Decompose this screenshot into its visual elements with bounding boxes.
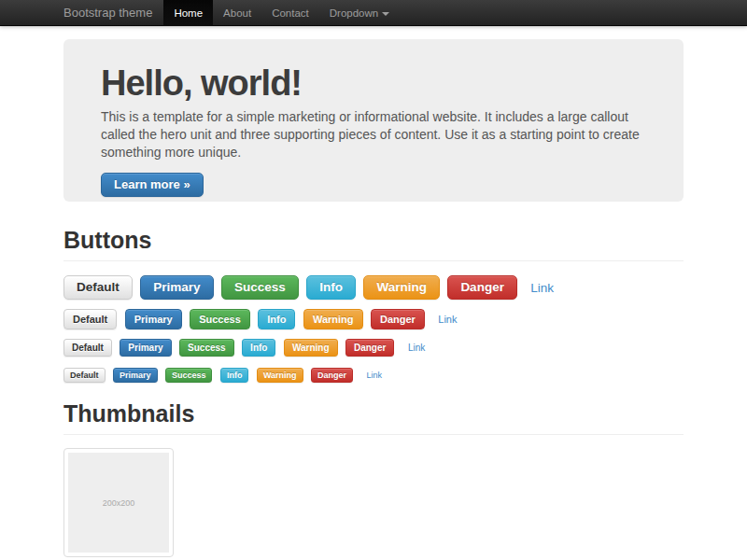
primary-button-sm[interactable]: Primary bbox=[120, 339, 171, 357]
default-button-xs[interactable]: Default bbox=[63, 368, 106, 383]
link-button-md[interactable]: Link bbox=[438, 314, 457, 325]
warning-button-lg[interactable]: Warning bbox=[363, 275, 440, 300]
thumbnails-section-heading: Thumbnails bbox=[63, 401, 684, 435]
placeholder-dimensions-label: 200x200 bbox=[103, 498, 135, 508]
default-button-sm[interactable]: Default bbox=[63, 339, 112, 357]
button-row-extra-small: Default Primary Success Info Warning Dan… bbox=[63, 366, 684, 383]
success-button-sm[interactable]: Success bbox=[179, 339, 234, 357]
link-button-sm[interactable]: Link bbox=[408, 343, 425, 353]
link-button-xs[interactable]: Link bbox=[366, 371, 382, 380]
link-button-lg[interactable]: Link bbox=[530, 281, 554, 295]
top-navbar: Bootstrap theme Home About Contact Dropd… bbox=[0, 0, 747, 26]
nav-item-about[interactable]: About bbox=[213, 0, 261, 26]
buttons-section-heading: Buttons bbox=[63, 228, 684, 261]
learn-more-button[interactable]: Learn more » bbox=[101, 173, 204, 197]
button-row-default: Default Primary Success Info Warning Dan… bbox=[63, 309, 684, 329]
success-button-xs[interactable]: Success bbox=[165, 368, 213, 383]
info-button-lg[interactable]: Info bbox=[306, 275, 356, 300]
navbar-brand[interactable]: Bootstrap theme bbox=[63, 0, 152, 26]
warning-button-md[interactable]: Warning bbox=[303, 309, 363, 329]
caret-down-icon bbox=[382, 12, 389, 16]
nav-item-contact[interactable]: Contact bbox=[261, 0, 319, 26]
info-button-md[interactable]: Info bbox=[258, 309, 295, 329]
jumbotron-title: Hello, world! bbox=[101, 63, 646, 103]
navbar-nav: Home About Contact Dropdown bbox=[163, 0, 400, 26]
jumbotron-description: This is a template for a simple marketin… bbox=[101, 108, 646, 161]
info-button-sm[interactable]: Info bbox=[242, 339, 275, 357]
nav-dropdown-label: Dropdown bbox=[330, 7, 378, 19]
success-button-lg[interactable]: Success bbox=[221, 275, 299, 300]
thumbnail-item[interactable]: 200x200 bbox=[63, 448, 174, 557]
success-button-md[interactable]: Success bbox=[190, 309, 250, 329]
button-row-large: Default Primary Success Info Warning Dan… bbox=[63, 275, 684, 300]
nav-item-dropdown[interactable]: Dropdown bbox=[319, 0, 400, 26]
danger-button-md[interactable]: Danger bbox=[371, 309, 425, 329]
info-button-xs[interactable]: Info bbox=[220, 368, 249, 383]
placeholder-image: 200x200 bbox=[68, 453, 169, 553]
nav-item-home[interactable]: Home bbox=[163, 0, 213, 26]
danger-button-sm[interactable]: Danger bbox=[345, 339, 394, 357]
danger-button-xs[interactable]: Danger bbox=[311, 368, 353, 383]
primary-button-md[interactable]: Primary bbox=[125, 309, 182, 329]
default-button-lg[interactable]: Default bbox=[63, 275, 133, 300]
danger-button-lg[interactable]: Danger bbox=[447, 275, 517, 300]
primary-button-xs[interactable]: Primary bbox=[113, 368, 158, 383]
warning-button-sm[interactable]: Warning bbox=[284, 339, 338, 357]
warning-button-xs[interactable]: Warning bbox=[257, 368, 303, 383]
button-row-small: Default Primary Success Info Warning Dan… bbox=[63, 339, 684, 357]
primary-button-lg[interactable]: Primary bbox=[140, 275, 213, 300]
jumbotron: Hello, world! This is a template for a s… bbox=[63, 39, 684, 202]
default-button-md[interactable]: Default bbox=[63, 309, 117, 329]
